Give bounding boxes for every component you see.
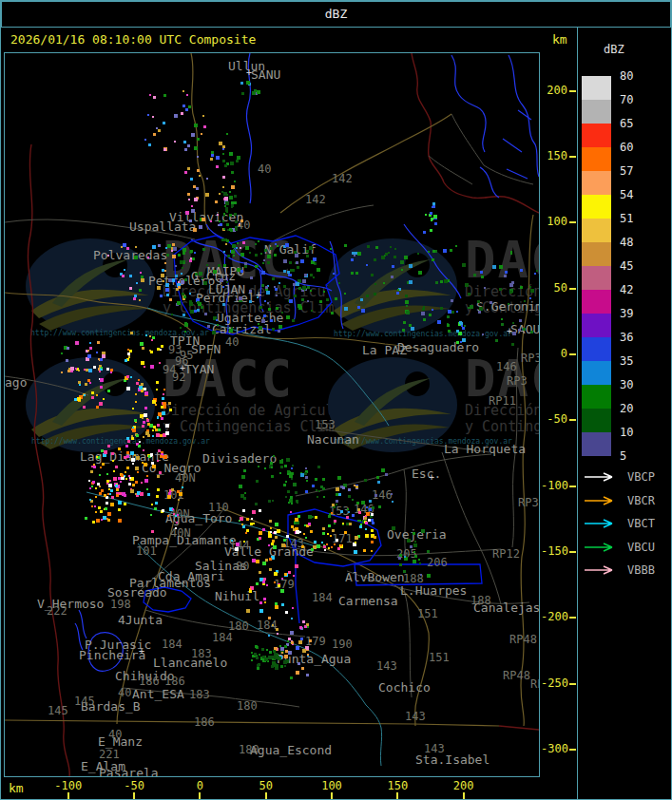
echo-point <box>235 220 238 223</box>
echo-point <box>302 279 306 283</box>
echo-point <box>190 250 193 253</box>
echo-point <box>448 330 451 333</box>
echo-point <box>99 371 101 372</box>
echo-point <box>143 421 145 424</box>
echo-point <box>196 187 199 190</box>
echo-point <box>89 382 91 384</box>
echo-point <box>296 500 298 503</box>
road-number-label: 153 <box>315 420 336 429</box>
radar-app-window: dBZ 2026/01/16 08:10:00 UTC Composite km <box>0 0 672 800</box>
scale-tick-label: 70 <box>620 93 648 106</box>
radar-map[interactable]: DACCDirección de Agriculturay Contingenc… <box>4 52 540 777</box>
echo-point <box>219 193 221 195</box>
echo-point <box>259 509 261 512</box>
echo-point <box>132 427 134 429</box>
echo-point <box>287 470 290 473</box>
scale-color-block <box>582 171 611 195</box>
echo-point <box>105 507 107 510</box>
echo-point <box>155 404 157 406</box>
scale-tick-label: 10 <box>620 426 648 439</box>
echo-point <box>342 486 345 489</box>
echo-point <box>355 542 356 543</box>
echo-point <box>473 274 476 276</box>
echo-point <box>274 286 276 288</box>
echo-point <box>374 258 376 261</box>
echo-point <box>215 200 218 203</box>
echo-point <box>495 339 498 342</box>
echo-point <box>246 518 249 521</box>
echo-point <box>385 473 388 476</box>
echo-point <box>312 516 314 518</box>
echo-point <box>178 499 180 501</box>
echo-point <box>536 270 538 272</box>
echo-point <box>359 520 361 522</box>
echo-point <box>300 473 304 477</box>
road-number-label: RP48 <box>509 635 537 644</box>
echo-point <box>178 281 180 283</box>
echo-point <box>185 211 189 215</box>
echo-point <box>315 516 317 519</box>
vbcu-arrow-icon <box>584 542 620 553</box>
echo-point <box>222 220 224 222</box>
echo-point <box>256 560 259 563</box>
echo-point <box>202 277 203 279</box>
echo-point <box>275 536 278 539</box>
echo-point <box>112 460 114 462</box>
echo-point <box>404 256 408 259</box>
echo-point <box>256 582 259 585</box>
echo-point <box>520 269 523 272</box>
echo-point <box>268 500 271 503</box>
bottom-axis-tick-label: 50 <box>245 779 287 792</box>
echo-point <box>366 512 370 516</box>
echo-point <box>205 193 209 197</box>
echo-point <box>126 387 130 390</box>
echo-point <box>299 626 302 629</box>
echo-point <box>61 352 63 354</box>
echo-point <box>499 288 502 291</box>
echo-point <box>504 275 507 277</box>
echo-point <box>358 511 361 514</box>
echo-point <box>364 479 367 482</box>
echo-point <box>423 306 425 308</box>
echo-point <box>285 611 288 614</box>
echo-point <box>150 351 153 353</box>
echo-point <box>229 214 232 217</box>
echo-point <box>312 485 315 487</box>
echo-point <box>274 581 276 583</box>
echo-point <box>91 505 93 507</box>
echo-point <box>194 310 197 313</box>
scale-tick-label: 39 <box>620 307 648 320</box>
echo-point <box>378 505 381 508</box>
echo-point <box>276 295 278 296</box>
echo-point <box>288 651 292 655</box>
echo-point <box>222 160 225 162</box>
echo-point <box>147 257 149 258</box>
place-label: SPFN <box>191 344 221 354</box>
echo-point <box>348 511 350 513</box>
road-number-label: 186 <box>164 676 185 686</box>
echo-point <box>315 478 317 481</box>
place-label: AlvBowen <box>345 572 405 582</box>
echo-point <box>250 276 253 279</box>
echo-point <box>252 510 256 514</box>
right-axis-tick <box>569 486 576 487</box>
place-label: TYAN <box>184 364 214 374</box>
echo-point <box>153 96 156 99</box>
echo-point <box>319 300 322 303</box>
echo-point <box>96 406 99 409</box>
road-number-label: 183 <box>191 649 212 658</box>
echo-point <box>256 657 259 659</box>
place-label: Uspallata <box>129 221 196 232</box>
echo-point <box>99 486 101 487</box>
legend-label: VBCU <box>627 541 655 554</box>
echo-point <box>139 299 141 301</box>
scale-color-block <box>582 361 611 385</box>
echo-point <box>160 434 163 437</box>
echo-point <box>268 635 270 637</box>
road-number-label: 188 <box>470 596 491 605</box>
echo-point <box>240 219 243 222</box>
echo-point <box>263 314 266 317</box>
echo-point <box>260 253 262 255</box>
echo-point <box>158 244 161 247</box>
echo-point <box>313 257 317 261</box>
